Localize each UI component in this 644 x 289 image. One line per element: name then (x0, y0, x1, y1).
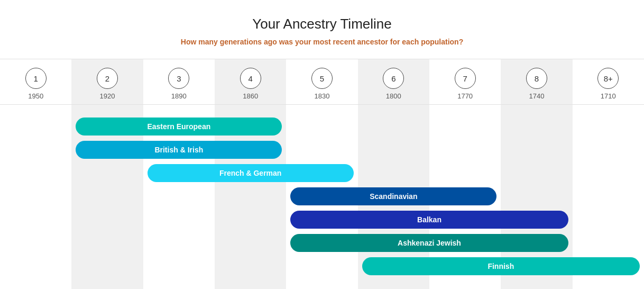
gen-col: 4 1860 (215, 59, 286, 104)
bar-row: Ashkenazi Jewish (0, 233, 644, 253)
page-container: Your Ancestry Timeline How many generati… (0, 0, 644, 289)
gen-col: 3 1890 (143, 59, 215, 104)
ancestry-bar-eastern-european: Eastern European (76, 118, 282, 136)
gen-year: 1770 (457, 92, 473, 100)
generation-row: 1 1950 2 1920 3 1890 4 1860 5 1830 6 180… (0, 59, 644, 104)
bars-content: Eastern EuropeanBritish & IrishFrench & … (0, 110, 644, 288)
page-subtitle: How many generations ago was your most r… (181, 38, 463, 46)
bar-row: Scandinavian (0, 186, 644, 206)
gen-year: 1740 (529, 92, 545, 100)
gen-circle: 7 (455, 68, 476, 89)
gen-col: 6 1800 (358, 59, 429, 104)
timeline-wrapper: 1 1950 2 1920 3 1890 4 1860 5 1830 6 180… (0, 59, 644, 289)
bar-row: Balkan (0, 210, 644, 230)
bar-row: French & German (0, 163, 644, 183)
gen-col: 8 1740 (501, 59, 572, 104)
gen-year: 1710 (601, 92, 616, 100)
gen-circle: 2 (97, 68, 118, 89)
gen-col: 5 1830 (286, 59, 357, 104)
gen-year: 1950 (28, 92, 43, 100)
subtitle-before: How many generations ago was your (181, 38, 314, 46)
gen-year: 1860 (243, 92, 258, 100)
gen-col: 2 1920 (71, 59, 143, 104)
subtitle-highlight: most recent ancestor (313, 38, 388, 46)
gen-circle: 4 (240, 68, 261, 89)
gen-circle: 6 (383, 68, 404, 89)
bars-area: Eastern EuropeanBritish & IrishFrench & … (0, 104, 644, 289)
gen-circle: 5 (311, 68, 333, 89)
ancestry-bar-balkan: Balkan (290, 211, 568, 229)
ancestry-bar-scandinavian: Scandinavian (290, 187, 496, 205)
bar-row: Finnish (0, 256, 644, 276)
gen-circle: 8 (526, 68, 547, 89)
gen-col: 1 1950 (0, 59, 71, 104)
gen-col: 8+ 1710 (573, 59, 644, 104)
gen-year: 1920 (100, 92, 115, 100)
gen-col: 7 1770 (429, 59, 501, 104)
gen-circle: 1 (25, 68, 47, 89)
subtitle-after: for each population? (388, 38, 463, 46)
ancestry-bar-french-&-german: French & German (148, 164, 354, 182)
ancestry-bar-finnish: Finnish (362, 257, 640, 275)
bar-row: British & Irish (0, 140, 644, 160)
gen-year: 1830 (315, 92, 330, 100)
gen-circle: 3 (168, 68, 189, 89)
ancestry-bar-british-&-irish: British & Irish (76, 141, 282, 159)
gen-circle: 8+ (597, 68, 619, 89)
page-title: Your Ancestry Timeline (252, 16, 392, 32)
ancestry-bar-ashkenazi-jewish: Ashkenazi Jewish (290, 234, 568, 252)
gen-year: 1890 (171, 92, 187, 100)
bar-row: Eastern European (0, 116, 644, 137)
gen-year: 1800 (386, 92, 401, 100)
